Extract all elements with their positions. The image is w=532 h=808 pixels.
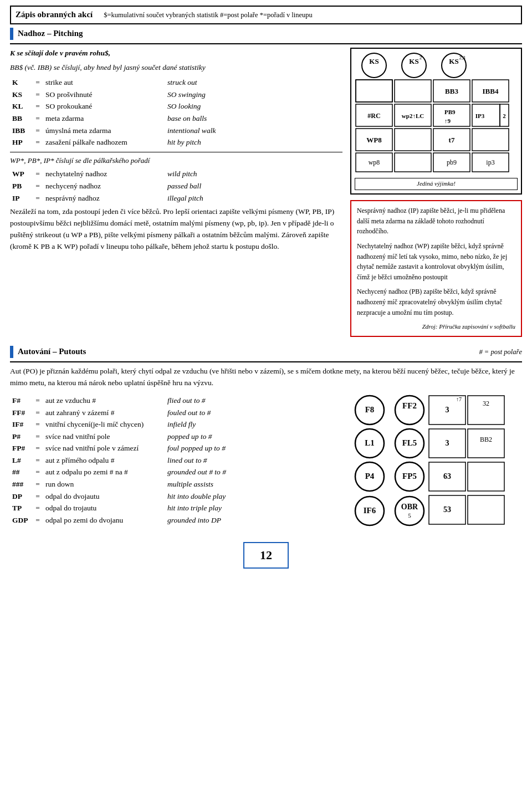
page-number-container: 12 bbox=[10, 542, 522, 569]
blue-accent-bar bbox=[10, 28, 13, 40]
definitions-table-2: WP = nechytatelný nadhoz wild pitch PB =… bbox=[10, 168, 342, 204]
def-czech: odpal po zemi do dvojanu bbox=[43, 514, 165, 526]
def-english: illegal pitch bbox=[165, 192, 342, 204]
svg-rect-18 bbox=[433, 104, 470, 126]
svg-text:32: 32 bbox=[483, 400, 489, 407]
def-eq: = bbox=[32, 112, 43, 125]
header-subtitle: $=kumulativní součet vybraných statistik… bbox=[104, 10, 313, 20]
def-czech: odpal do dvojautu bbox=[43, 490, 165, 503]
def-english: infield fly bbox=[165, 418, 342, 431]
def-czech: vnitřní chycení(je-li míč chycen) bbox=[43, 418, 165, 431]
def-czech: nechytatelný nadhoz bbox=[43, 168, 165, 180]
svg-text:ip3: ip3 bbox=[486, 158, 494, 166]
svg-text:IP3: IP3 bbox=[475, 112, 485, 119]
def-czech: aut ze vzduchu # bbox=[43, 395, 165, 407]
def-eq: = bbox=[32, 466, 43, 478]
def-czech: svíce nad vnitřní pole v zámezí bbox=[43, 442, 165, 454]
main-content-layout: K se sčítají dole v pravém rohu$, BB$ (v… bbox=[10, 48, 522, 341]
table-row: L# = aut z přímého odpalu # lined out to… bbox=[10, 454, 342, 467]
def-key: DP bbox=[10, 490, 32, 503]
def-english: lined out to # bbox=[165, 454, 342, 467]
def-eq: = bbox=[32, 192, 43, 204]
def-czech: aut zahraný v zázemí # bbox=[43, 407, 165, 419]
putouts-right-col: F8 FF2 3 ↑7 32 L1 FL5 3 BB2 P4 FP5 bbox=[350, 395, 522, 531]
info-section-ip: Nesprávný nadhoz (IP) zapište běžci, je-… bbox=[357, 206, 515, 237]
svg-rect-70 bbox=[468, 495, 504, 524]
def-english: foul popped up to # bbox=[165, 442, 342, 454]
def-english: hit by pitch bbox=[165, 136, 342, 149]
svg-text:FP5: FP5 bbox=[402, 472, 417, 480]
def-english: struck out bbox=[165, 76, 342, 89]
svg-text:↑7: ↑7 bbox=[456, 396, 462, 402]
svg-text:IF6: IF6 bbox=[364, 506, 376, 515]
svg-text:3: 3 bbox=[446, 406, 449, 414]
table-row: KS = SO prošvihnuté SO swinging bbox=[10, 89, 342, 101]
left-column: K se sčítají dole v pravém rohu$, BB$ (v… bbox=[10, 48, 342, 341]
svg-text:KS: KS bbox=[449, 57, 458, 65]
def-key: KS bbox=[10, 89, 32, 101]
def-key: ### bbox=[10, 478, 32, 490]
svg-rect-62 bbox=[468, 462, 504, 491]
def-eq: = bbox=[32, 407, 43, 419]
svg-text:IBB4: IBB4 bbox=[483, 87, 499, 95]
def-czech: úmyslná meta zdarma bbox=[43, 125, 165, 137]
def-eq: = bbox=[32, 514, 43, 526]
svg-point-65 bbox=[395, 497, 424, 525]
info-source: Zdroj: Příručka zapisování v softballu bbox=[357, 322, 515, 331]
def-eq: = bbox=[32, 431, 43, 443]
info-box: Nesprávný nadhoz (IP) zapište běžci, je-… bbox=[350, 200, 522, 337]
def-key: ## bbox=[10, 466, 32, 478]
def-czech: SO prokoukané bbox=[43, 100, 165, 112]
def-key: GDP bbox=[10, 514, 32, 526]
def-english: SO looking bbox=[165, 100, 342, 112]
table-row: GDP = odpal po zemi do dvojanu grounded … bbox=[10, 514, 342, 526]
table-row: HP = zasažení pálkaře nadhozem hit by pi… bbox=[10, 136, 342, 149]
svg-text:5: 5 bbox=[408, 512, 411, 519]
table-row: PB = nechycený nadhoz passed ball bbox=[10, 180, 342, 192]
info-section-wp: Nechytatelný nadhoz (WP) zapište běžci, … bbox=[357, 241, 515, 282]
def-eq: = bbox=[32, 442, 43, 454]
table-row: IP = nesprávný nadhoz illegal pitch bbox=[10, 192, 342, 204]
svg-text:pb9: pb9 bbox=[447, 158, 457, 166]
svg-text:wp8: wp8 bbox=[369, 158, 380, 166]
def-english: hit into double play bbox=[165, 490, 342, 503]
def-czech: strike aut bbox=[43, 76, 165, 89]
def-eq: = bbox=[32, 89, 43, 101]
def-key: L# bbox=[10, 454, 32, 467]
def-czech: svíce nad vnitřní pole bbox=[43, 431, 165, 443]
svg-rect-27 bbox=[395, 129, 431, 151]
table-row: KL = SO prokoukané SO looking bbox=[10, 100, 342, 112]
svg-text:BB2: BB2 bbox=[480, 436, 492, 443]
svg-text:OBR: OBR bbox=[401, 503, 418, 511]
table-row: K = strike aut struck out bbox=[10, 76, 342, 89]
def-english: popped up to # bbox=[165, 431, 342, 443]
wp-pb-note: WP*, PB*, IP* číslují se dle pálkařského… bbox=[10, 156, 342, 166]
italic-note-1: K se sčítají dole v pravém rohu$, bbox=[10, 48, 342, 59]
def-key: K bbox=[10, 76, 32, 89]
putouts-heading-text: Autování – Putouts bbox=[18, 346, 86, 358]
def-key: IF# bbox=[10, 418, 32, 431]
def-eq: = bbox=[32, 76, 43, 89]
svg-text:FL5: FL5 bbox=[402, 438, 417, 447]
hash-note: # = post polaře bbox=[479, 347, 522, 357]
putouts-heading-row: Autování – Putouts # = post polaře bbox=[10, 346, 522, 358]
svg-text:3: 3 bbox=[446, 439, 449, 447]
svg-text:WP8: WP8 bbox=[366, 136, 382, 144]
table-row: BB = meta zdarma base on balls bbox=[10, 112, 342, 125]
svg-rect-30 bbox=[472, 129, 509, 151]
def-key: FF# bbox=[10, 407, 32, 419]
divider-1 bbox=[10, 43, 522, 44]
def-english: SO swinging bbox=[165, 89, 342, 101]
putouts-para: Aut (PO) je přiznán každému polaři, kter… bbox=[10, 366, 522, 389]
putouts-heading-left: Autování – Putouts bbox=[10, 346, 86, 358]
svg-rect-9 bbox=[395, 80, 431, 102]
svg-text:2,3: 2,3 bbox=[459, 55, 466, 60]
svg-text:KS: KS bbox=[369, 57, 378, 65]
pitching-heading: Nadhoz – Pitching bbox=[10, 28, 522, 40]
svg-text:63: 63 bbox=[443, 472, 451, 480]
def-czech: SO prošvihnuté bbox=[43, 89, 165, 101]
page-title: Zápis obranných akcí bbox=[16, 9, 93, 21]
putouts-blue-bar bbox=[10, 346, 13, 358]
def-czech: aut z přímého odpalu # bbox=[43, 454, 165, 467]
def-eq: = bbox=[32, 125, 43, 137]
